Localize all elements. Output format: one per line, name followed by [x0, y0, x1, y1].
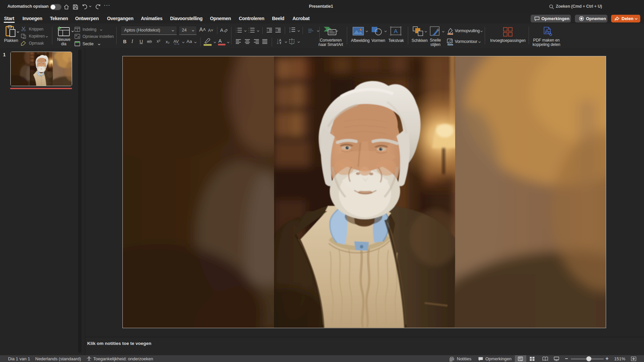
svg-text:AV: AV	[173, 39, 179, 44]
svg-text:A: A	[218, 38, 222, 44]
svg-text:A: A	[220, 27, 223, 33]
svg-text:A: A	[279, 39, 281, 42]
svg-text:A: A	[394, 28, 398, 35]
